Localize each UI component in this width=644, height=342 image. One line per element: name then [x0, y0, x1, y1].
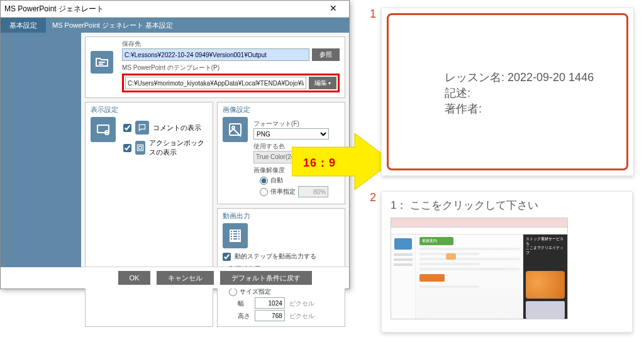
svg-rect-2: [137, 145, 143, 150]
slide-thumbnails: 1 レッスン名: 2022-09-20 1446 記述: 著作者: 2 1： こ…: [365, 8, 638, 342]
template-path-input[interactable]: [125, 77, 306, 89]
movie-width-unit: ピクセル: [289, 300, 314, 307]
show-actionbox-label: アクションボックスの表示: [149, 138, 208, 157]
movie-height-input[interactable]: [255, 310, 285, 321]
slide-1-content: レッスン名: 2022-09-20 1446 記述: 著作者:: [445, 70, 594, 118]
svg-rect-3: [230, 124, 241, 135]
show-comment-label: コメントの表示: [153, 123, 201, 133]
film-icon: [223, 223, 248, 248]
movie-title: 動画出力: [223, 211, 340, 221]
people-photo-icon: [526, 301, 565, 319]
banner-line-1: ストック素材サービスも: [526, 237, 565, 246]
lesson-name-value: 2022-09-20 1446: [508, 71, 594, 84]
save-path-label: 保存先: [122, 40, 340, 48]
callout-icon: [446, 253, 456, 260]
browser-tabs-icon: [391, 218, 567, 228]
actionbox-icon: [135, 141, 145, 155]
aspect-ratio-label: 16：9: [303, 155, 336, 170]
preview-orange-button-icon: [419, 274, 445, 282]
slide-1[interactable]: レッスン名: 2022-09-20 1446 記述: 著作者:: [381, 8, 634, 176]
movie-width-input[interactable]: [255, 297, 285, 309]
lesson-name-label: レッスン名:: [445, 71, 504, 84]
ok-button[interactable]: OK: [118, 271, 151, 285]
preview-right-column: ストック素材サービスも ここまでクリエイティブ: [523, 234, 567, 319]
cancel-button[interactable]: キャンセル: [157, 271, 214, 285]
display-settings-icon: [91, 117, 116, 142]
description-label: 記述:: [445, 86, 594, 101]
image-res-auto-radio[interactable]: [260, 177, 268, 185]
close-icon[interactable]: ✕: [321, 3, 345, 15]
restore-defaults-button[interactable]: デフォルト条件に戻す: [220, 271, 312, 285]
save-group: 保存先 参照 MS PowerPoint のテンプレート(P) 編集: [85, 36, 345, 98]
movie-height-unit: ピクセル: [289, 312, 314, 319]
banner-line-2: ここまでクリエイティブ: [526, 246, 565, 255]
breadcrumb: MS PowerPoint ジェネレート 基本設定: [46, 18, 179, 33]
movie-width-label: 幅: [238, 299, 253, 308]
window-title: MS PowerPoint ジェネレート: [4, 4, 321, 14]
author-label: 著作者:: [445, 101, 594, 117]
display-title: 表示設定: [91, 105, 208, 114]
preview-left-column: [391, 234, 416, 319]
titlebar: MS PowerPoint ジェネレート ✕: [1, 1, 349, 18]
sidebar: [1, 33, 81, 267]
movie-dynamic-label: 動的ステップを動画出力する: [235, 252, 316, 261]
slide-2[interactable]: 1： ここをクリックして下さい 業務案内: [381, 191, 633, 333]
browse-button[interactable]: 参照: [312, 48, 340, 61]
show-actionbox-checkbox[interactable]: [123, 144, 131, 152]
stock-photo-icon: [526, 271, 565, 299]
display-group: 表示設定 コメントの表示: [85, 102, 213, 327]
browser-urlbar-icon: [391, 228, 567, 234]
image-icon: [223, 117, 248, 142]
image-res-auto-label: 自動: [270, 176, 283, 185]
tab-basic-settings[interactable]: 基本設定: [1, 18, 46, 33]
breadcrumb-bar: 基本設定 MS PowerPoint ジェネレート 基本設定: [1, 18, 349, 33]
format-label: フォーマット(F): [253, 119, 334, 128]
movie-dynamic-checkbox[interactable]: [223, 253, 231, 261]
show-comment-checkbox[interactable]: [123, 124, 131, 132]
save-path-input[interactable]: [122, 48, 309, 61]
image-res-ratio-radio[interactable]: [260, 188, 268, 196]
screenshot-preview: 業務案内 ストック素材サービスも ここまでクリエイティブ: [391, 218, 568, 319]
preview-center-column: 業務案内: [416, 234, 523, 319]
slide-number-2: 2: [365, 191, 376, 333]
edit-template-button[interactable]: 編集: [309, 77, 336, 89]
save-folder-icon: [91, 51, 113, 74]
template-highlight: 編集: [122, 74, 340, 92]
preview-greenbar: 業務案内: [419, 237, 453, 245]
slide-2-title: 1： ここをクリックして下さい: [391, 198, 623, 212]
movie-height-label: 高さ: [238, 312, 253, 321]
movie-size-radio[interactable]: [229, 288, 237, 296]
button-bar: OK キャンセル デフォルト条件に戻す: [81, 267, 349, 289]
comment-icon: [135, 121, 149, 135]
template-label: MS PowerPoint のテンプレート(P): [122, 63, 340, 72]
movie-size-label: サイズ指定: [240, 287, 271, 296]
slide-number-1: 1: [365, 8, 376, 176]
image-title: 画像設定: [223, 105, 340, 114]
svg-rect-0: [97, 125, 109, 133]
